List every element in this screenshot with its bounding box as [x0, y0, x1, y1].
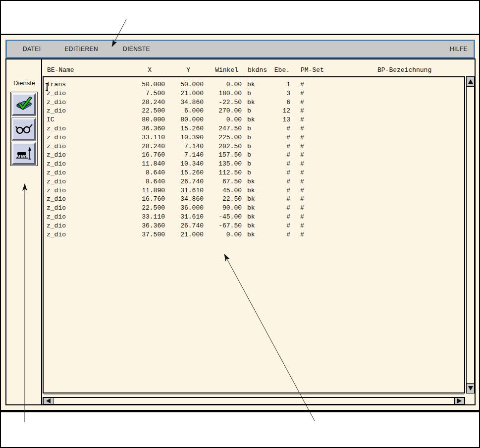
table-row[interactable]: z_dio 11.840 10.340 135.00 b # #	[44, 160, 464, 168]
col-header-bkdns: bkdns	[242, 66, 270, 74]
place-button[interactable]	[12, 142, 36, 165]
table-row[interactable]: z_dio 33.110 31.610 -45.00 bk # #	[44, 213, 464, 222]
col-header-x: X	[121, 66, 165, 74]
arrow-right-icon	[457, 398, 462, 403]
check-button[interactable]	[12, 93, 36, 115]
check-icon	[15, 97, 33, 112]
menu-item-dienste[interactable]: DIENSTE	[123, 46, 150, 53]
table-row[interactable]: Trans 50.000 50.000 0.00 bk 1 #	[44, 80, 464, 89]
arrow-left-icon	[46, 398, 51, 403]
vertical-scrollbar[interactable]	[466, 76, 475, 393]
scrollbar-shade-line	[44, 394, 464, 395]
table-row[interactable]: z_dio 16.760 7.140 157.50 b # #	[44, 151, 464, 160]
table-row[interactable]: z_dio 22.500 6.000 270.00 b 12 #	[44, 107, 464, 115]
col-header-be-name: BE-Name	[44, 66, 121, 74]
table-header: BE-Name X Y Winkel bkdns Ebe. PM-Set BP-…	[44, 64, 465, 75]
table-row[interactable]: z_dio 36.360 26.740 -67.50 bk # #	[44, 222, 464, 230]
table-row[interactable]: IC 80.000 80.000 0.00 bk 13 #	[44, 115, 464, 124]
table-row[interactable]: z_dio 28.240 34.860 -22.50 bk 6 #	[44, 98, 464, 107]
frame-line-left	[5, 58, 6, 405]
table-row[interactable]: z_dio 37.500 21.000 0.00 bk # #	[44, 230, 464, 239]
view-button[interactable]	[12, 118, 36, 140]
col-header-y: Y	[165, 66, 204, 74]
table-row[interactable]: z_dio 7.500 21.000 180.00 b 3 #	[44, 89, 464, 98]
scroll-right-button[interactable]	[454, 398, 464, 404]
arrow-up-icon	[468, 79, 473, 84]
arrow-down-icon	[468, 386, 473, 391]
menu-bar: DATEI EDITIEREN DIENSTE HILFE	[5, 40, 475, 58]
menu-item-editieren[interactable]: EDITIEREN	[64, 46, 98, 53]
sidebar-title: Dienste	[13, 79, 35, 87]
table-row[interactable]: z_dio 33.110 10.390 225.00 b # #	[44, 133, 464, 142]
glasses-icon	[15, 122, 33, 136]
screenshot-root: DATEI EDITIEREN DIENSTE HILFE Dienste	[0, 0, 480, 448]
menu-item-datei[interactable]: DATEI	[23, 46, 41, 53]
sidebar-toolbar	[10, 92, 38, 166]
scroll-down-button[interactable]	[467, 383, 474, 393]
col-header-pm-set: PM-Set	[291, 66, 340, 74]
frame-line-under-menu	[5, 58, 475, 59]
table-row[interactable]: z_dio 36.360 15.260 247.50 b # #	[44, 124, 464, 133]
col-header-winkel: Winkel	[204, 66, 242, 74]
scroll-left-button[interactable]	[44, 398, 53, 404]
table-row[interactable]: z_dio 16.760 34.860 22.50 bk # #	[44, 195, 464, 204]
col-header-bp-bezeichnung: BP-Bezeichnung	[340, 66, 464, 74]
table-row[interactable]: z_dio 8.640 15.260 112.50 b # #	[44, 168, 464, 177]
menu-item-hilfe[interactable]: HILFE	[450, 46, 468, 53]
horizontal-scrollbar[interactable]	[43, 397, 465, 405]
table-row[interactable]: z_dio 28.240 7.140 202.50 b # #	[44, 142, 464, 151]
text-caret	[46, 83, 49, 91]
frame-line-right	[475, 58, 476, 405]
table-row[interactable]: z_dio 22.500 36.000 90.00 bk # #	[44, 204, 464, 213]
col-header-ebe: Ebe.	[270, 66, 291, 74]
table-row[interactable]: z_dio 8.640 26.740 67.50 bk # #	[44, 177, 464, 186]
scroll-up-button[interactable]	[467, 77, 474, 87]
panel-divider	[41, 58, 42, 405]
place-component-icon	[15, 146, 33, 162]
component-list[interactable]: Trans 50.000 50.000 0.00 bk 1 # z_dio 7.…	[43, 76, 465, 393]
table-rows: Trans 50.000 50.000 0.00 bk 1 # z_dio 7.…	[44, 80, 464, 239]
table-row[interactable]: z_dio 11.890 31.610 45.00 bk # #	[44, 186, 464, 195]
